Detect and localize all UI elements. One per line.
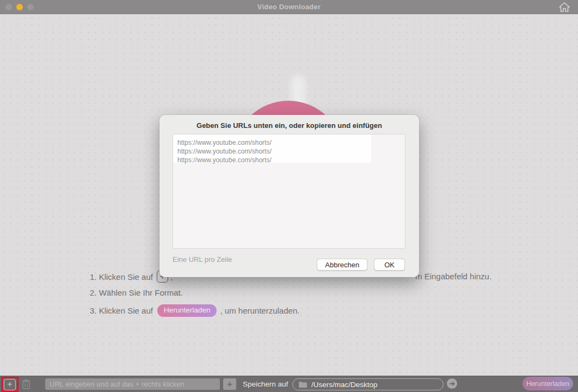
url-entry-dialog: Geben Sie URLs unten ein, oder kopieren …: [159, 115, 419, 277]
plus-icon: +: [227, 379, 232, 389]
instruction-step-2: 2. Wählen Sie Ihr Format.: [90, 288, 183, 297]
reveal-folder-arrow-button[interactable]: ➔: [447, 378, 457, 389]
instruction-step-3: 3. Klicken Sie auf Herunterladen , um he…: [90, 304, 299, 317]
save-path-text: /Users/mac/Desktop: [311, 381, 378, 389]
folder-icon: [298, 381, 308, 388]
dialog-buttons: Abbrechen OK: [317, 259, 405, 271]
plus-icon: +: [7, 379, 12, 389]
save-path-field[interactable]: /Users/mac/Desktop: [292, 378, 444, 390]
titlebar: Video Downloader: [0, 0, 578, 14]
bottom-toolbar: + + Speichern auf /Users/mac/Desktop: [0, 376, 578, 392]
save-to-label: Speichern auf: [243, 380, 288, 388]
home-icon[interactable]: [558, 2, 570, 13]
window-title: Video Downloader: [0, 3, 578, 11]
url-line: https://www.youtube.com/shorts/: [177, 156, 401, 164]
arrow-right-icon: ➔: [449, 379, 455, 388]
url-line: https://www.youtube.com/shorts/: [177, 147, 401, 156]
cancel-button[interactable]: Abbrechen: [317, 259, 367, 271]
dialog-title: Geben Sie URLs unten ein, oder kopieren …: [159, 121, 419, 130]
one-url-per-line-hint: Eine URL pro Zeile: [173, 255, 232, 264]
url-line: https://www.youtube.com/shorts/: [177, 138, 401, 147]
add-urls-button[interactable]: +: [4, 379, 16, 390]
url-input[interactable]: [45, 378, 220, 390]
herunterladen-badge: Herunterladen: [157, 304, 217, 317]
url-lines: https://www.youtube.com/shorts/ https://…: [173, 134, 405, 168]
download-button[interactable]: Herunterladen: [522, 377, 573, 390]
ok-button[interactable]: OK: [374, 259, 405, 271]
step1-text: 1. Klicken Sie auf: [90, 272, 153, 281]
trash-icon[interactable]: [21, 378, 31, 390]
step3-text: 3. Klicken Sie auf: [90, 306, 153, 315]
video-downloader-window: Video Downloader 1. Klicken Sie auf + , …: [0, 0, 578, 392]
add-single-url-button[interactable]: +: [223, 378, 236, 390]
url-textarea[interactable]: https://www.youtube.com/shorts/ https://…: [173, 134, 405, 249]
step3-suffix: , um herunterzuladen.: [220, 306, 299, 315]
instruction-step-1-suffix: m Eingabefeld hinzu.: [415, 272, 491, 281]
red-highlight-annotation: +: [1, 377, 19, 392]
